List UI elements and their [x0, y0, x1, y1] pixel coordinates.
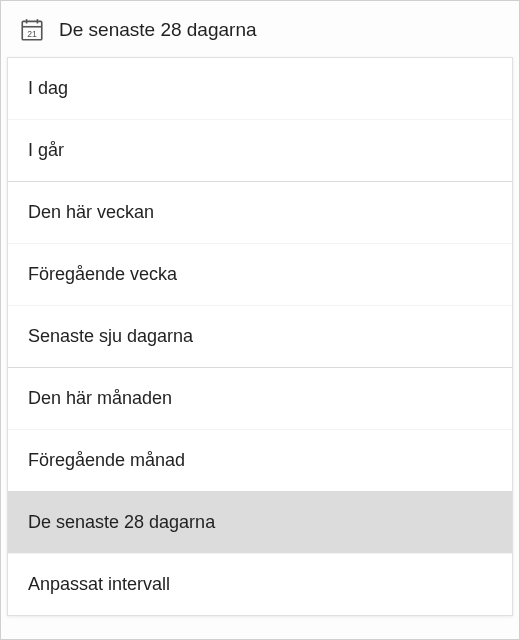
option-label: Föregående månad	[28, 450, 185, 470]
option-label: Den här månaden	[28, 388, 172, 408]
option-label: I dag	[28, 78, 68, 98]
option-label: De senaste 28 dagarna	[28, 512, 215, 532]
option-label: Föregående vecka	[28, 264, 177, 284]
date-range-option[interactable]: Anpassat intervall	[8, 554, 512, 615]
date-range-option[interactable]: I går	[8, 120, 512, 182]
date-range-picker: 21 De senaste 28 dagarna I dagI gårDen h…	[0, 0, 520, 640]
date-range-option[interactable]: Den här veckan	[8, 182, 512, 244]
date-range-option[interactable]: I dag	[8, 58, 512, 120]
calendar-icon: 21	[19, 17, 45, 43]
date-range-option[interactable]: De senaste 28 dagarna	[8, 492, 512, 554]
selected-range-label: De senaste 28 dagarna	[59, 19, 257, 41]
date-range-option[interactable]: Föregående vecka	[8, 244, 512, 306]
header[interactable]: 21 De senaste 28 dagarna	[1, 1, 519, 57]
option-label: Senaste sju dagarna	[28, 326, 193, 346]
date-range-option[interactable]: Den här månaden	[8, 368, 512, 430]
date-range-option[interactable]: Senaste sju dagarna	[8, 306, 512, 368]
option-label: I går	[28, 140, 64, 160]
date-range-option[interactable]: Föregående månad	[8, 430, 512, 492]
option-label: Anpassat intervall	[28, 574, 170, 594]
calendar-day-text: 21	[27, 29, 37, 39]
date-range-dropdown: I dagI gårDen här veckanFöregående vecka…	[7, 57, 513, 616]
option-label: Den här veckan	[28, 202, 154, 222]
